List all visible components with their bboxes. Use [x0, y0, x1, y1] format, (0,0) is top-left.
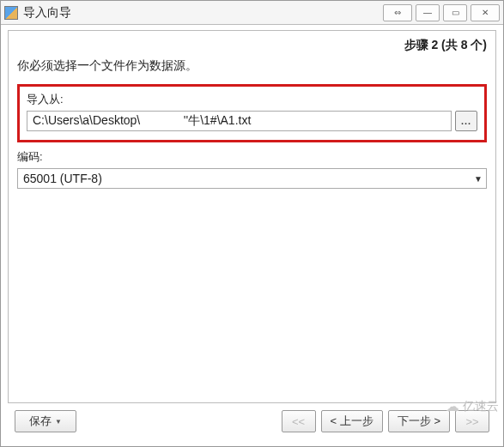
dropdown-arrow-icon: ▼: [474, 174, 483, 184]
maximize-button[interactable]: ▭: [443, 4, 467, 21]
next-step-button[interactable]: 下一步 >: [388, 410, 450, 432]
window-title: 导入向导: [23, 5, 383, 21]
encoding-value: 65001 (UTF-8): [23, 172, 102, 185]
import-wizard-window: 导入向导 ⇔ — ▭ ✕ 步骤 2 (共 8 个) 你必须选择一个文件作为数据源…: [0, 0, 504, 447]
chevron-down-icon: ▼: [55, 418, 62, 426]
inner-panel: 步骤 2 (共 8 个) 你必须选择一个文件作为数据源。 导入从: ... 编码…: [8, 30, 496, 403]
import-from-highlight: 导入从: ...: [17, 84, 487, 142]
save-button-label: 保存: [29, 414, 52, 429]
import-from-input[interactable]: [27, 111, 452, 131]
import-from-row: ...: [27, 111, 477, 131]
save-button[interactable]: 保存 ▼: [15, 410, 76, 432]
previous-step-button[interactable]: < 上一步: [321, 410, 383, 432]
titlebar-buttons: ⇔ — ▭ ✕: [383, 4, 500, 21]
step-indicator: 步骤 2 (共 8 个): [17, 36, 487, 58]
instruction-text: 你必须选择一个文件作为数据源。: [17, 58, 487, 74]
button-bar: 保存 ▼ << < 上一步 下一步 > >>: [8, 403, 496, 439]
last-page-button[interactable]: >>: [455, 410, 489, 432]
app-icon: [4, 6, 18, 20]
encoding-label: 编码:: [17, 149, 487, 165]
content-area: 步骤 2 (共 8 个) 你必须选择一个文件作为数据源。 导入从: ... 编码…: [1, 25, 503, 446]
swap-button[interactable]: ⇔: [383, 4, 412, 21]
import-from-label: 导入从:: [27, 92, 477, 107]
first-page-button[interactable]: <<: [282, 410, 316, 432]
browse-button[interactable]: ...: [455, 111, 477, 131]
titlebar: 导入向导 ⇔ — ▭ ✕: [1, 1, 503, 25]
minimize-button[interactable]: —: [416, 4, 440, 21]
close-button[interactable]: ✕: [471, 4, 500, 21]
encoding-select[interactable]: 65001 (UTF-8) ▼: [17, 168, 487, 189]
